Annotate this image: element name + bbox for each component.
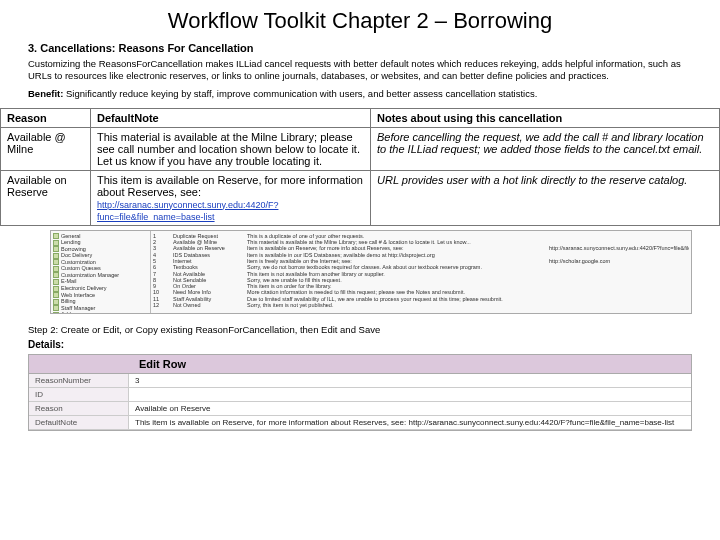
field-value[interactable] [129,388,691,401]
edit-field-row: ReasonAvailable on Reserve [29,402,691,416]
field-value[interactable]: Available on Reserve [129,402,691,415]
folder-icon [53,286,59,292]
cell-notes: URL provides user with a hot link direct… [371,170,720,225]
cell-notes: Before cancelling the request, we add th… [371,127,720,170]
cell-reason: Available @ Milne [1,127,91,170]
col-reason: Reason [1,108,91,127]
field-value[interactable]: 3 [129,374,691,387]
details-label: Details: [0,337,720,352]
edit-field-row: ReasonNumber3 [29,374,691,388]
nav-item[interactable]: Addresses [53,311,148,313]
benefit-text: Significantly reduce keying by staff, im… [63,88,537,99]
section-heading: 3. Cancellations: Reasons For Cancellati… [0,40,720,58]
cancellation-table: Reason DefaultNote Notes about using thi… [0,108,720,226]
field-label: DefaultNote [29,416,129,429]
section-body: Customizing the ReasonsForCancellation m… [0,58,720,86]
reasons-list-screenshot: GeneralLendingBorrowingDoc DeliveryCusto… [50,230,692,314]
folder-icon [53,240,59,246]
edit-row-title: Edit Row [29,355,691,374]
field-label: ReasonNumber [29,374,129,387]
cell-reason: Available on Reserve [1,170,91,225]
edit-row-screenshot: Edit Row ReasonNumber3IDReasonAvailable … [28,354,692,431]
url-link[interactable]: http://saranac.sunyconnect.suny.edu:4420… [97,200,278,222]
edit-field-row: DefaultNoteThis item is available on Res… [29,416,691,430]
col-notes: Notes about using this cancellation [371,108,720,127]
folder-icon [53,253,59,259]
cell-defaultnote: This material is available at the Milne … [91,127,371,170]
table-row: Available on ReserveThis item is availab… [1,170,720,225]
edit-field-row: ID [29,388,691,402]
folder-icon [53,312,59,314]
col-defaultnote: DefaultNote [91,108,371,127]
step2-line: Step 2: Create or Edit, or Copy existing… [0,318,720,337]
benefit-line: Benefit: Significantly reduce keying by … [0,86,720,106]
field-label: ID [29,388,129,401]
benefit-label: Benefit: [28,88,63,99]
field-value[interactable]: This item is available on Reserve, for m… [129,416,691,429]
cell-defaultnote: This item is available on Reserve, for m… [91,170,371,225]
field-label: Reason [29,402,129,415]
slide-title: Workflow Toolkit Chapter 2 – Borrowing [0,0,720,40]
table-row: Available @ MilneThis material is availa… [1,127,720,170]
list-row[interactable]: 12Not OwnedSorry, this item is not yet p… [153,302,689,308]
folder-icon [53,299,59,305]
